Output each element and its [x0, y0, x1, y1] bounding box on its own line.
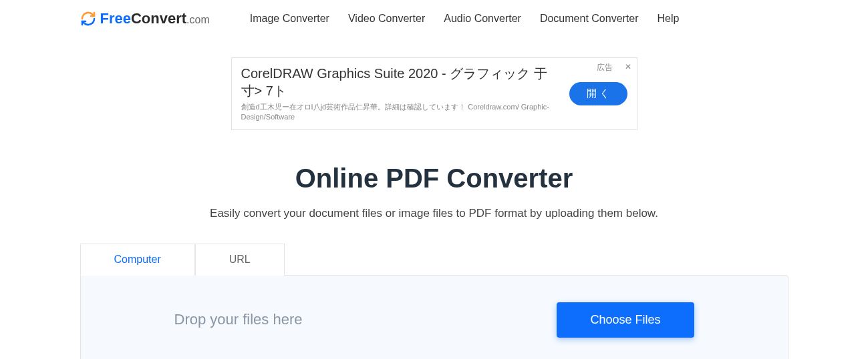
nav-video-converter[interactable]: Video Converter: [348, 13, 425, 25]
tab-url[interactable]: URL: [195, 244, 285, 276]
logo-text: FreeConvert.com: [100, 10, 210, 27]
refresh-icon: [80, 11, 96, 27]
page-subtitle: Easily convert your document files or im…: [80, 207, 788, 220]
page-title: Online PDF Converter: [80, 163, 788, 194]
ad-open-button[interactable]: 開 く: [569, 82, 627, 105]
ad-banner[interactable]: 広告 ✕ CorelDRAW Graphics Suite 2020 - グラフ…: [231, 57, 637, 130]
logo[interactable]: FreeConvert.com: [80, 10, 210, 27]
close-icon[interactable]: ✕: [625, 62, 631, 71]
ad-label: 広告: [597, 62, 613, 73]
dropzone-label: Drop your files here: [174, 311, 303, 328]
source-tabs: Computer URL: [80, 244, 788, 276]
header: FreeConvert.com Image Converter Video Co…: [80, 0, 788, 37]
ad-description: 創造d工木児ー在オロI八jd芸術作品仁昇華。詳細は確認しています！ Coreld…: [241, 102, 557, 123]
nav-help[interactable]: Help: [658, 13, 680, 25]
ad-title: CorelDRAW Graphics Suite 2020 - グラフィック 于…: [241, 65, 557, 99]
tab-computer[interactable]: Computer: [80, 244, 195, 276]
nav-document-converter[interactable]: Document Converter: [540, 13, 639, 25]
nav-image-converter[interactable]: Image Converter: [250, 13, 329, 25]
file-dropzone[interactable]: Drop your files here Choose Files: [80, 275, 788, 359]
nav: Image Converter Video Converter Audio Co…: [250, 13, 680, 25]
choose-files-button[interactable]: Choose Files: [557, 302, 694, 338]
nav-audio-converter[interactable]: Audio Converter: [444, 13, 521, 25]
